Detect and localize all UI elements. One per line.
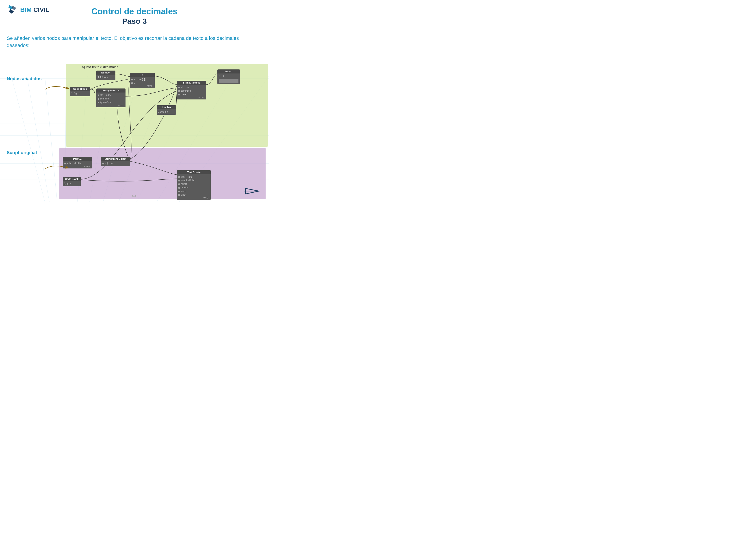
- sub-title: Paso 3: [0, 17, 269, 26]
- node-code-block-2: Code Block 2; >: [63, 177, 81, 186]
- svg-line-13: [45, 76, 57, 202]
- node-plus: + x var[]..[] y AUTO: [130, 73, 155, 88]
- node-watch: Watch > >: [217, 70, 240, 84]
- purple-panel: [59, 148, 265, 199]
- green-panel-label: Ajusta texto 3 decimales: [82, 65, 118, 69]
- description: Se añaden varios nodos para manipular el…: [7, 35, 262, 49]
- node-string-from-obj: String from Object obj str: [101, 157, 130, 166]
- label-script-original: Script original: [7, 150, 37, 155]
- title-area: Control de decimales Paso 3: [0, 7, 269, 26]
- node-code-block-1: Code Block " . ">: [70, 87, 90, 96]
- node-number-2: Number 3.000 >: [157, 105, 176, 115]
- node-string-remove: String.Remove str str startIndex count A…: [177, 81, 206, 100]
- node-number-1: Number 4.000 >: [96, 71, 115, 80]
- auto-badge: AuTo: [0, 195, 269, 197]
- label-nodos-anadidos: Nodos añadidos: [7, 76, 42, 81]
- arrow-script: [44, 161, 71, 170]
- main-title: Control de decimales: [0, 7, 269, 16]
- svg-line-11: [11, 76, 45, 202]
- svg-line-12: [27, 76, 49, 202]
- node-string-indexof: String.IndexOf str index searchFor ignor…: [96, 88, 126, 107]
- arrow-nodos: [44, 82, 71, 91]
